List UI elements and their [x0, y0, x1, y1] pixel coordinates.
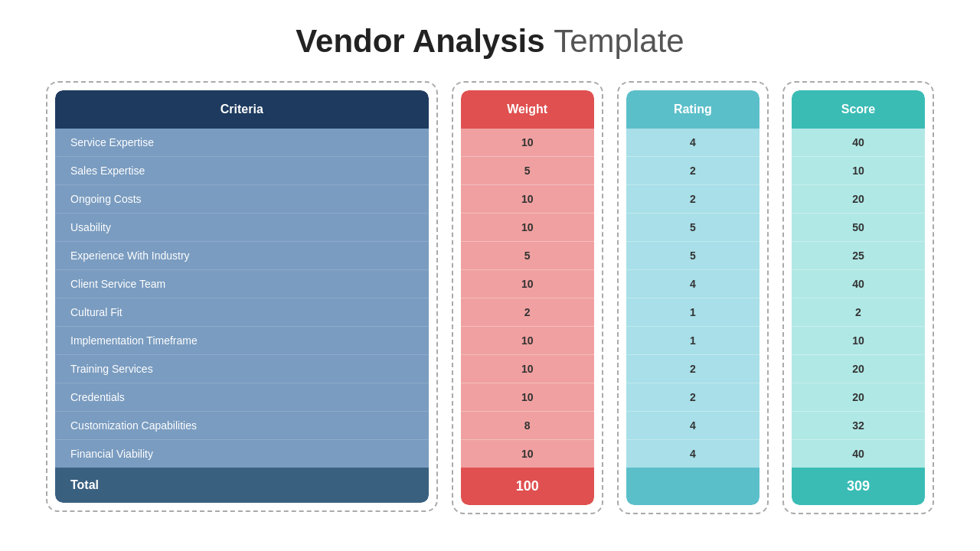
rating-row: 5 — [626, 214, 760, 242]
weight-row: 10 — [461, 383, 594, 412]
weight-row: 8 — [461, 412, 594, 440]
score-total: 309 — [792, 468, 925, 505]
criteria-row: Sales Expertise — [55, 157, 429, 185]
criteria-row: Financial Viability — [55, 440, 429, 468]
score-row: 20 — [792, 185, 925, 214]
score-row: 32 — [792, 412, 925, 440]
criteria-inner: Criteria Service ExpertiseSales Expertis… — [55, 90, 429, 503]
rating-row: 2 — [626, 185, 760, 214]
rating-card: Rating 422554112244 — [617, 81, 769, 514]
weight-row: 10 — [461, 355, 594, 383]
score-body: 40102050254021020203240 — [792, 129, 925, 468]
score-header: Score — [792, 90, 925, 129]
criteria-row: Experience With Industry — [55, 242, 429, 270]
criteria-row: Customization Capabilities — [55, 412, 429, 440]
score-row: 20 — [792, 355, 925, 383]
rating-row: 1 — [626, 298, 760, 327]
rating-row: 4 — [626, 412, 760, 440]
tables-container: Criteria Service ExpertiseSales Expertis… — [46, 81, 934, 514]
rating-total — [626, 468, 760, 505]
weight-body: 10510105102101010810 — [461, 129, 594, 468]
score-row: 50 — [792, 214, 925, 242]
criteria-row: Credentials — [55, 383, 429, 412]
score-row: 40 — [792, 270, 925, 298]
weight-row: 2 — [461, 298, 594, 327]
score-card: Score 40102050254021020203240 309 — [782, 81, 934, 514]
weight-row: 10 — [461, 129, 594, 157]
criteria-header: Criteria — [55, 90, 429, 129]
rating-row: 4 — [626, 270, 760, 298]
score-row: 20 — [792, 383, 925, 412]
criteria-card: Criteria Service ExpertiseSales Expertis… — [46, 81, 438, 512]
weight-total: 100 — [461, 468, 594, 505]
score-row: 10 — [792, 157, 925, 185]
rating-row: 2 — [626, 355, 760, 383]
criteria-row: Client Service Team — [55, 270, 429, 298]
criteria-row: Cultural Fit — [55, 298, 429, 327]
criteria-row: Implementation Timeframe — [55, 327, 429, 355]
criteria-row: Service Expertise — [55, 129, 429, 157]
rating-header: Rating — [626, 90, 760, 129]
score-row: 10 — [792, 327, 925, 355]
weight-header: Weight — [461, 90, 594, 129]
rating-row: 2 — [626, 157, 760, 185]
weight-row: 10 — [461, 185, 594, 214]
rating-row: 1 — [626, 327, 760, 355]
criteria-row: Usability — [55, 214, 429, 242]
weight-row: 10 — [461, 327, 594, 355]
rating-row: 4 — [626, 129, 760, 157]
weight-row: 10 — [461, 214, 594, 242]
score-row: 40 — [792, 440, 925, 468]
score-row: 2 — [792, 298, 925, 327]
criteria-body: Service ExpertiseSales ExpertiseOngoing … — [55, 129, 429, 468]
score-row: 25 — [792, 242, 925, 270]
weight-row: 5 — [461, 242, 594, 270]
rating-row: 4 — [626, 440, 760, 468]
score-inner: Score 40102050254021020203240 309 — [792, 90, 925, 505]
score-row: 40 — [792, 129, 925, 157]
criteria-row: Training Services — [55, 355, 429, 383]
weight-card: Weight 10510105102101010810 100 — [452, 81, 603, 514]
rating-body: 422554112244 — [626, 129, 760, 468]
weight-row: 10 — [461, 270, 594, 298]
rating-row: 5 — [626, 242, 760, 270]
criteria-row: Ongoing Costs — [55, 185, 429, 214]
rating-row: 2 — [626, 383, 760, 412]
rating-inner: Rating 422554112244 — [626, 90, 760, 505]
weight-row: 5 — [461, 157, 594, 185]
weight-row: 10 — [461, 440, 594, 468]
page-title: Vendor Analysis Template — [46, 23, 934, 60]
weight-inner: Weight 10510105102101010810 100 — [461, 90, 594, 505]
criteria-total: Total — [55, 468, 429, 503]
